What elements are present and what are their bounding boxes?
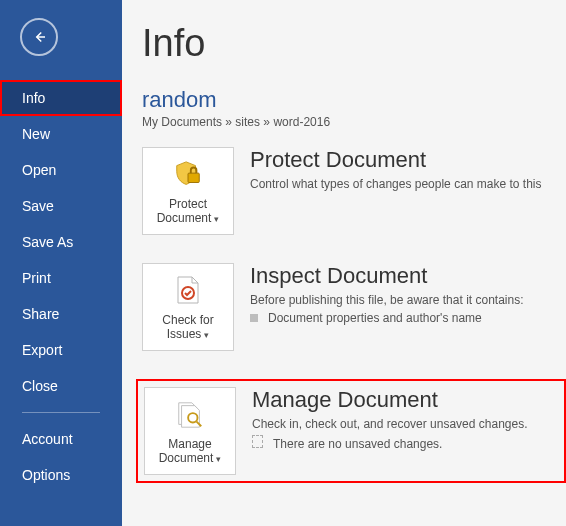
protect-desc: Control what types of changes people can… [250,177,560,191]
nav-label: Account [22,431,73,447]
shield-lock-icon [173,160,203,190]
manage-bullet: There are no unsaved changes. [252,435,552,451]
back-arrow-icon [30,28,48,46]
nav-label: Close [22,378,58,394]
manage-heading: Manage Document [252,387,552,413]
nav-label: New [22,126,50,142]
nav-label: Open [22,162,56,178]
nav-separator [22,412,100,413]
nav-export[interactable]: Export [0,332,122,368]
document-search-icon [175,400,205,430]
inspect-desc: Before publishing this file, be aware th… [250,293,560,307]
nav-account[interactable]: Account [0,421,122,457]
nav-label: Options [22,467,70,483]
nav-label: Save As [22,234,73,250]
inspect-heading: Inspect Document [250,263,560,289]
protect-document-button[interactable]: Protect Document▾ [142,147,234,235]
dropdown-caret-icon: ▾ [204,330,209,340]
nav-close[interactable]: Close [0,368,122,404]
dropdown-caret-icon: ▾ [214,214,219,224]
section-inspect: Check for Issues▾ Inspect Document Befor… [142,263,566,351]
tile-label: Manage Document [159,437,214,465]
document-check-icon [175,276,201,306]
nav-save-as[interactable]: Save As [0,224,122,260]
nav-info[interactable]: Info [0,80,122,116]
manage-document-button[interactable]: Manage Document▾ [144,387,236,475]
manage-desc: Check in, check out, and recover unsaved… [252,417,552,431]
section-protect: Protect Document▾ Protect Document Contr… [142,147,566,235]
nav-print[interactable]: Print [0,260,122,296]
section-manage: Manage Document▾ Manage Document Check i… [136,379,566,483]
protect-heading: Protect Document [250,147,560,173]
check-for-issues-button[interactable]: Check for Issues▾ [142,263,234,351]
nav-open[interactable]: Open [0,152,122,188]
nav-label: Share [22,306,59,322]
tile-label: Protect Document [157,197,212,225]
document-name: random [142,87,566,113]
file-sidebar: Info New Open Save Save As Print Share E… [0,0,122,526]
document-path: My Documents » sites » word-2016 [142,115,566,129]
page-title: Info [142,22,566,65]
nav-save[interactable]: Save [0,188,122,224]
inspect-bullet: Document properties and author's name [250,311,560,325]
nav-share[interactable]: Share [0,296,122,332]
svg-rect-1 [188,173,199,182]
nav-options[interactable]: Options [0,457,122,493]
nav-new[interactable]: New [0,116,122,152]
nav-label: Export [22,342,62,358]
back-button[interactable] [20,18,58,56]
nav-label: Print [22,270,51,286]
nav-label: Info [22,90,45,106]
nav-label: Save [22,198,54,214]
main-panel: Info random My Documents » sites » word-… [122,0,566,526]
dropdown-caret-icon: ▾ [216,454,221,464]
